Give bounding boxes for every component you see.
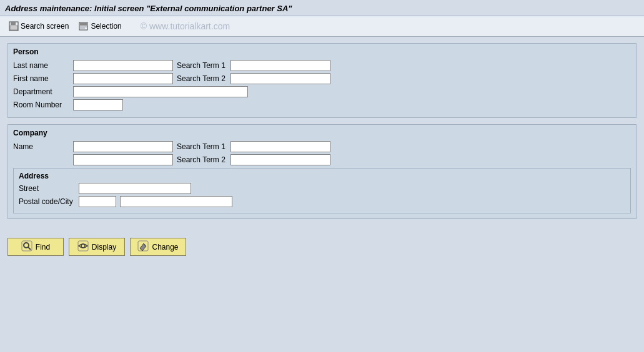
change-icon (137, 240, 149, 253)
selection-label: Selection (91, 22, 121, 31)
first-name-input[interactable] (73, 73, 173, 84)
first-name-row: First name Search Term 2 (13, 73, 631, 84)
street-label: Street (19, 184, 75, 193)
find-label: Find (36, 243, 50, 252)
toolbar: Search screen Selection © www.tutorialka… (0, 16, 644, 37)
button-bar: Find Display Change (0, 232, 644, 262)
company-name-input1[interactable] (73, 141, 173, 152)
search-term2-input-person[interactable] (230, 73, 330, 84)
selection-button[interactable]: Selection (75, 20, 125, 32)
display-icon (77, 240, 89, 253)
department-input[interactable] (73, 86, 248, 97)
company-name-row2: Search Term 2 (13, 154, 631, 165)
search-term1-label-company: Search Term 1 (177, 142, 227, 151)
find-icon (21, 240, 32, 253)
change-label: Change (152, 243, 178, 252)
search-term2-input-company[interactable] (230, 154, 330, 165)
save-icon (9, 21, 19, 31)
display-label: Display (92, 243, 116, 252)
search-screen-button[interactable]: Search screen (5, 20, 72, 32)
company-name-row1: Name Search Term 1 (13, 141, 631, 152)
room-number-label: Room Number (13, 100, 69, 109)
display-button[interactable]: Display (69, 238, 125, 256)
first-name-label: First name (13, 74, 69, 83)
city-input[interactable] (120, 196, 232, 207)
main-content: Person Last name Search Term 1 First nam… (0, 37, 644, 232)
search-term1-label-person: Search Term 1 (177, 61, 227, 70)
department-label: Department (13, 87, 69, 96)
last-name-row: Last name Search Term 1 (13, 60, 631, 71)
svg-rect-10 (78, 241, 88, 251)
change-button[interactable]: Change (130, 238, 186, 256)
postal-code-input[interactable] (79, 196, 116, 207)
watermark: © www.tutorialkart.com (141, 21, 230, 31)
room-number-input[interactable] (73, 99, 123, 110)
selection-icon (79, 21, 89, 31)
search-term1-input-person[interactable] (230, 60, 330, 71)
address-section-title: Address (19, 172, 625, 180)
svg-rect-4 (80, 23, 87, 26)
find-button[interactable]: Find (7, 238, 64, 256)
department-row: Department (13, 86, 631, 97)
svg-rect-2 (10, 26, 17, 30)
postal-code-row: Postal code/City (19, 196, 625, 207)
company-name-input2[interactable] (73, 154, 173, 165)
room-number-row: Room Number (13, 99, 631, 110)
main-window: Address maintenance: Initial screen "Ext… (0, 0, 644, 352)
search-term1-input-company[interactable] (230, 141, 330, 152)
company-section-title: Company (13, 129, 631, 137)
person-section: Person Last name Search Term 1 First nam… (7, 43, 637, 118)
page-title: Address maintenance: Initial screen "Ext… (5, 4, 292, 13)
postal-code-city-label: Postal code/City (19, 197, 75, 206)
street-row: Street (19, 183, 625, 194)
svg-rect-1 (11, 22, 16, 25)
search-term2-label-company: Search Term 2 (177, 155, 227, 164)
company-name-label: Name (13, 142, 69, 151)
person-section-title: Person (13, 47, 631, 56)
search-screen-label: Search screen (21, 22, 69, 31)
address-section: Address Street Postal code/City (13, 168, 631, 213)
street-input[interactable] (79, 183, 191, 194)
search-term2-label-person: Search Term 2 (177, 74, 227, 83)
last-name-label: Last name (13, 61, 69, 70)
title-bar: Address maintenance: Initial screen "Ext… (0, 0, 644, 16)
company-section: Company Name Search Term 1 Search Term 2… (7, 124, 637, 219)
last-name-input[interactable] (73, 60, 173, 71)
